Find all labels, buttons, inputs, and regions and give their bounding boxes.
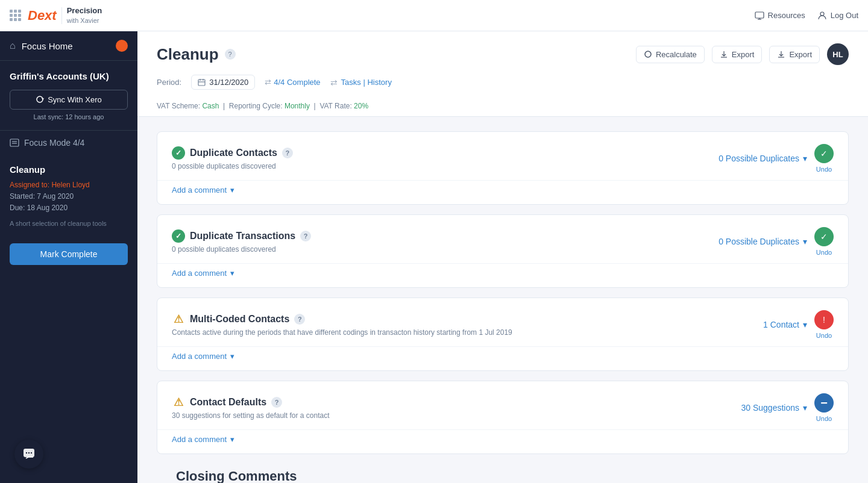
section-footer-3: Add a comment ▾ <box>157 346 848 370</box>
multi-coded-contacts-header: ⚠ Multi-Coded Contacts ? Contacts active… <box>157 298 848 346</box>
page-title: Cleanup <box>157 45 219 64</box>
section-right-2: 0 Possible Duplicates ▾ ✓ Undo <box>719 227 834 256</box>
sidebar-account: Griffin's Accounts (UK) Sync With Xero L… <box>0 61 137 131</box>
arrows-icon: ⇄ <box>265 78 271 87</box>
complete-badge: ⇄ 4/4 Complete <box>265 78 320 87</box>
mark-complete-button[interactable]: Mark Complete <box>10 243 128 265</box>
undo-label-4[interactable]: Undo <box>816 415 832 422</box>
possible-duplicates-button-2[interactable]: 0 Possible Duplicates ▾ <box>719 237 807 246</box>
recalculate-button[interactable]: Recalculate <box>636 46 705 63</box>
export-button-2[interactable]: Export <box>769 46 820 63</box>
section-subtitle-2: 0 possible duplicates discovered <box>172 245 311 254</box>
logo: Dext Precision with Xavier <box>28 6 102 25</box>
sync-icon <box>36 95 44 104</box>
help-icon[interactable]: ? <box>225 49 236 60</box>
main-content: Cleanup ? Recalculate <box>137 31 868 483</box>
section-title-area-2: ✓ Duplicate Transactions ? 0 possible du… <box>172 229 311 254</box>
section-help-icon[interactable]: ? <box>282 148 293 158</box>
add-comment-button-3[interactable]: Add a comment ▾ <box>172 352 234 361</box>
nav-right: Resources Log Out <box>755 11 858 20</box>
section-help-icon-4[interactable]: ? <box>271 397 282 408</box>
undo-label-2[interactable]: Undo <box>816 249 832 256</box>
reporting-cycle-link[interactable]: Monthly <box>285 102 310 110</box>
sidebar-section-title: Cleanup <box>10 164 128 175</box>
undo-button-2[interactable]: ✓ <box>814 227 834 246</box>
chat-button[interactable] <box>14 440 43 469</box>
page-title-row: Cleanup ? Recalculate <box>157 43 849 65</box>
svg-rect-9 <box>198 79 205 86</box>
calendar-icon <box>198 78 206 86</box>
possible-duplicates-button-1[interactable]: 0 Possible Duplicates ▾ <box>719 154 807 163</box>
undo-label-1[interactable]: Undo <box>816 166 832 173</box>
tasks-arrows-icon: ⇄ <box>330 78 338 87</box>
warn-icon-3: ⚠ <box>172 313 185 326</box>
contact-button[interactable]: 1 Contact ▾ <box>763 320 807 329</box>
svg-rect-4 <box>10 139 19 146</box>
add-comment-button-4[interactable]: Add a comment ▾ <box>172 435 234 444</box>
add-comment-button-2[interactable]: Add a comment ▾ <box>172 269 234 278</box>
section-title-3: ⚠ Multi-Coded Contacts ? <box>172 313 512 326</box>
undo-button-4[interactable]: − <box>814 393 834 413</box>
vat-row: VAT Scheme: Cash | Reporting Cycle: Mont… <box>157 97 849 116</box>
sidebar: ⌂ Focus Home Griffin's Accounts (UK) Syn… <box>0 31 137 483</box>
section-title-area-4: ⚠ Contact Defaults ? 30 suggestions for … <box>172 396 330 420</box>
section-title-area-3: ⚠ Multi-Coded Contacts ? Contacts active… <box>172 313 512 337</box>
layout: ⌂ Focus Home Griffin's Accounts (UK) Syn… <box>0 31 868 483</box>
period-date: 31/12/2020 <box>209 78 248 87</box>
undo-area-1: ✓ Undo <box>814 144 834 173</box>
sidebar-meta: Assigned to: Helen Lloyd Started: 7 Aug … <box>10 179 128 214</box>
check-icon-2: ✓ <box>172 229 185 243</box>
undo-label-3[interactable]: Undo <box>816 332 832 339</box>
resources-link[interactable]: Resources <box>755 11 805 20</box>
suggestions-button[interactable]: 30 Suggestions ▾ <box>741 403 807 413</box>
logo-separator <box>61 7 62 24</box>
svg-point-15 <box>28 452 30 453</box>
svg-point-16 <box>31 452 32 453</box>
duplicate-transactions-card: ✓ Duplicate Transactions ? 0 possible du… <box>157 214 849 288</box>
undo-button-1[interactable]: ✓ <box>814 144 834 163</box>
section-subtitle: 0 possible duplicates discovered <box>172 162 293 170</box>
section-footer-4: Add a comment ▾ <box>157 429 848 453</box>
period-input[interactable]: 31/12/2020 <box>191 75 255 90</box>
undo-button-3[interactable]: ! <box>814 310 834 329</box>
resources-icon <box>755 11 764 20</box>
svg-rect-0 <box>755 12 764 18</box>
section-title-4: ⚠ Contact Defaults ? <box>172 396 330 409</box>
contact-defaults-header: ⚠ Contact Defaults ? 30 suggestions for … <box>157 381 848 429</box>
main-sections: ✓ Duplicate Contacts ? 0 possible duplic… <box>137 117 868 483</box>
section-help-icon-3[interactable]: ? <box>294 314 305 325</box>
account-name: Griffin's Accounts (UK) <box>10 70 128 83</box>
vat-scheme-link[interactable]: Cash <box>202 102 219 110</box>
grid-icon[interactable] <box>10 10 20 21</box>
sidebar-description: A short selection of cleanup tools <box>10 219 128 229</box>
tasks-history-link[interactable]: Tasks | History <box>341 78 392 87</box>
section-right-3: 1 Contact ▾ ! Undo <box>763 310 834 339</box>
logout-icon <box>817 11 827 20</box>
recalculate-icon <box>644 50 652 58</box>
tasks-history: ⇄ Tasks | History <box>330 78 392 87</box>
svg-point-3 <box>820 12 824 16</box>
vat-rate-link[interactable]: 20% <box>354 102 368 110</box>
sidebar-focus-home[interactable]: ⌂ Focus Home <box>0 31 137 61</box>
svg-point-14 <box>26 452 27 453</box>
logout-link[interactable]: Log Out <box>817 11 858 20</box>
section-subtitle-3: Contacts active during the periods that … <box>172 328 512 337</box>
avatar: HL <box>827 43 849 65</box>
duplicate-contacts-header: ✓ Duplicate Contacts ? 0 possible duplic… <box>157 132 848 180</box>
section-help-icon-2[interactable]: ? <box>300 231 311 241</box>
add-comment-button-1[interactable]: Add a comment ▾ <box>172 185 234 195</box>
toolbar-left: Period: 31/12/2020 ⇄ 4/4 Complete <box>157 75 392 90</box>
undo-area-4: − Undo <box>814 393 834 422</box>
warn-icon-4: ⚠ <box>172 396 185 409</box>
home-icon: ⌂ <box>10 40 16 51</box>
logo-dext: Dext <box>28 8 57 23</box>
export-button-1[interactable]: Export <box>712 46 763 63</box>
chat-icon <box>22 447 36 461</box>
sidebar-focus-mode[interactable]: Focus Mode 4/4 <box>0 131 137 155</box>
contact-defaults-card: ⚠ Contact Defaults ? 30 suggestions for … <box>157 381 849 454</box>
multi-coded-contacts-card: ⚠ Multi-Coded Contacts ? Contacts active… <box>157 298 849 371</box>
sync-button[interactable]: Sync With Xero <box>10 90 128 110</box>
top-navigation: Dext Precision with Xavier Resources Log… <box>0 0 868 31</box>
duplicate-transactions-header: ✓ Duplicate Transactions ? 0 possible du… <box>157 215 848 263</box>
sidebar-cleanup-section: Cleanup Assigned to: Helen Lloyd Started… <box>0 155 137 238</box>
